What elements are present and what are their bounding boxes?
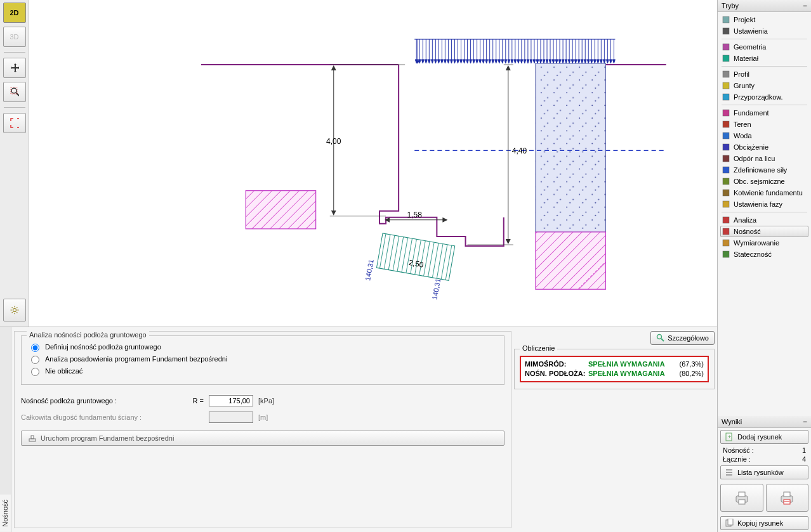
tree-item-icon: [722, 177, 730, 186]
copy-drawing-button[interactable]: Kopiuj rysunek: [720, 516, 808, 530]
tree-item-profil[interactable]: Profil: [720, 68, 808, 80]
svg-rect-157: [728, 519, 733, 525]
radio-no-calc-input[interactable]: [31, 368, 39, 376]
radio-define-bearing-input[interactable]: [31, 344, 39, 352]
tree-item-fundament[interactable]: Fundament: [720, 107, 808, 119]
tree-item-label: Obc. sejsmiczne: [734, 178, 785, 185]
radio-no-calc[interactable]: Nie obliczać: [28, 366, 498, 376]
settings-button[interactable]: [3, 299, 26, 321]
tree-item-wymiarowanie[interactable]: Wymiarowanie: [720, 237, 808, 249]
run-foundation-button[interactable]: Uruchom program Fundament bezpośredni: [21, 431, 504, 446]
view-2d-button[interactable]: 2D: [3, 3, 26, 23]
tree-item-ustawienia-fazy[interactable]: Ustawienia fazy: [720, 198, 808, 210]
tree-item-icon: [722, 81, 730, 90]
radio-define-bearing[interactable]: Definiuj nośność podłoża gruntowego: [28, 342, 498, 352]
drawing-list-button[interactable]: Lista rysunków: [720, 465, 808, 479]
svg-line-46: [415, 240, 421, 275]
left-toolbar: 2D 3D: [0, 0, 29, 327]
pan-button[interactable]: [3, 58, 26, 78]
tree-item-zdefiniowane-si-y[interactable]: Zdefiniowane siły: [720, 164, 808, 176]
tree-item-stateczno-[interactable]: Stateczność: [720, 249, 808, 260]
magnifier-icon: [10, 88, 19, 96]
radio-analyse-foundation-input[interactable]: [31, 356, 39, 364]
calc-groupbox: Obliczenie MIMOŚRÓD: SPEŁNIA WYMAGANIA (…: [514, 349, 715, 389]
tree-item-materia-[interactable]: Materiał: [720, 53, 808, 64]
tree-item-icon: [722, 70, 730, 79]
svg-text:2,50: 2,50: [408, 258, 425, 269]
printer-color-icon: [779, 490, 795, 506]
bearing-label: Nośność podłoża gruntowego :: [21, 397, 180, 405]
tree-item-no-no-[interactable]: Nośność: [720, 226, 808, 237]
svg-line-40: [388, 235, 395, 269]
svg-text:1,58: 1,58: [407, 211, 423, 219]
svg-rect-126: [723, 44, 729, 50]
tree-item-icon: [722, 216, 730, 224]
tree-item-icon: [722, 227, 730, 236]
tree-item-obc-sejsmiczne[interactable]: Obc. sejsmiczne: [720, 176, 808, 187]
svg-text:140,31: 140,31: [364, 259, 375, 281]
svg-line-50: [432, 243, 438, 277]
list-icon: [725, 468, 734, 477]
tree-item-przyporz-dkow-[interactable]: Przyporządkow.: [720, 91, 808, 103]
tree-item-icon: [722, 154, 730, 163]
details-button[interactable]: Szczegółowo: [650, 331, 715, 345]
radio-analyse-foundation[interactable]: Analiza posadowienia programem Fundament…: [28, 354, 498, 364]
collapse-icon[interactable]: −: [803, 418, 807, 425]
diagram-svg: 4,00 4,40 1,58 2,50: [29, 0, 717, 327]
svg-rect-150: [739, 492, 745, 496]
tree-item-kotwienie-fundamentu[interactable]: Kotwienie fundamentu: [720, 187, 808, 198]
zoom-button[interactable]: [3, 82, 26, 102]
tree-item-obci-enie[interactable]: Obciążenie: [720, 141, 808, 153]
svg-rect-138: [723, 190, 729, 196]
svg-rect-151: [739, 500, 745, 504]
tree-item-teren[interactable]: Teren: [720, 119, 808, 130]
radio-no-calc-label: Nie obliczać: [45, 367, 82, 375]
radio-analyse-foundation-label: Analiza posadowienia programem Fundament…: [45, 355, 227, 363]
svg-line-49: [428, 242, 435, 276]
tree-item-label: Projekt: [734, 16, 755, 23]
tree-item-icon: [722, 93, 730, 101]
foundation-icon: [28, 434, 37, 443]
radio-define-bearing-label: Definiuj nośność podłoża gruntowego: [45, 343, 161, 351]
analysis-panel: Analiza nośności podłoża gruntowego Defi…: [14, 331, 511, 528]
tree-item-label: Analiza: [734, 216, 756, 224]
tree-item-woda[interactable]: Woda: [720, 130, 808, 141]
tree-item-label: Teren: [734, 120, 751, 128]
svg-line-39: [384, 235, 390, 269]
run-foundation-label: Uruchom program Fundament bezpośredni: [41, 434, 174, 442]
stat-nosnosc-value: 1: [802, 446, 806, 454]
vtab-nosnosc[interactable]: Nośność: [0, 495, 11, 532]
collapse-icon[interactable]: −: [803, 2, 807, 10]
svg-rect-141: [723, 228, 729, 235]
tree-item-icon: [722, 15, 730, 24]
fit-button[interactable]: [3, 113, 26, 133]
tree-item-label: Ustawienia: [734, 27, 768, 35]
tree-item-odp-r-na-licu[interactable]: Odpór na licu: [720, 153, 808, 164]
tree-item-icon: [722, 54, 730, 63]
svg-rect-23: [536, 63, 605, 232]
bearing-input[interactable]: [209, 395, 253, 406]
view-3d-button[interactable]: 3D: [3, 27, 26, 47]
calc-legend: Obliczenie: [520, 344, 557, 352]
tree-item-grunty[interactable]: Grunty: [720, 80, 808, 91]
length-input: [209, 412, 253, 423]
result-box: MIMOŚRÓD: SPEŁNIA WYMAGANIA (67,3%) NOŚN…: [520, 356, 709, 382]
add-drawing-button[interactable]: + Dodaj rysunek: [720, 430, 808, 444]
result-row-bearing: NOŚN. PODŁOŻA: SPEŁNIA WYMAGANIA (80,2%): [525, 369, 704, 379]
svg-rect-139: [723, 201, 729, 207]
tree-item-analiza[interactable]: Analiza: [720, 214, 808, 226]
stat-total-label: Łącznie :: [723, 455, 751, 463]
length-row: Całkowita długość fundamentu ściany : [m…: [21, 412, 504, 423]
svg-rect-142: [723, 240, 729, 246]
svg-line-43: [402, 238, 408, 272]
print-color-button[interactable]: [766, 484, 809, 512]
tree-item-icon: [722, 143, 730, 152]
print-button[interactable]: [720, 484, 763, 512]
details-label: Szczegółowo: [668, 334, 709, 342]
svg-rect-133: [723, 133, 729, 139]
tree-item-projekt[interactable]: Projekt: [720, 14, 808, 25]
drawing-canvas[interactable]: 4,00 4,40 1,58 2,50: [29, 0, 717, 327]
tree-item-geometria[interactable]: Geometria: [720, 41, 808, 53]
tree-item-ustawienia[interactable]: Ustawienia: [720, 25, 808, 37]
tree-item-label: Zdefiniowane siły: [734, 166, 787, 174]
